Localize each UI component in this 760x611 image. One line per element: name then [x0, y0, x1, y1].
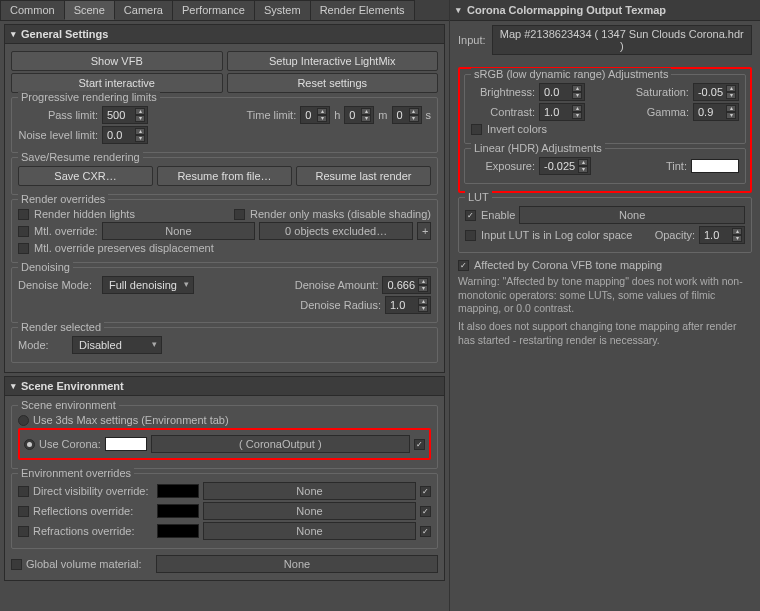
global-volume-label: Global volume material: — [26, 558, 152, 570]
tab-render-elements[interactable]: Render Elements — [310, 0, 415, 20]
reflections-swatch[interactable] — [157, 504, 199, 518]
caret-down-icon: ▾ — [11, 29, 16, 39]
caret-down-icon: ▾ — [11, 381, 16, 391]
refractions-swatch[interactable] — [157, 524, 199, 538]
denoise-amount-spinner[interactable]: 0.666▴▾ — [382, 276, 431, 294]
lut-enable-check[interactable]: Enable — [465, 209, 515, 221]
direct-vis-check[interactable] — [18, 486, 29, 497]
direct-vis-slot[interactable]: None — [203, 482, 416, 500]
mtl-override-check[interactable]: Mtl. override: — [18, 225, 98, 237]
affected-tonemapping-check[interactable]: Affected by Corona VFB tone mapping — [458, 259, 662, 271]
group-denoising: Denoising — [18, 261, 73, 273]
gamma-spinner[interactable]: 0.9▴▾ — [693, 103, 739, 121]
direct-vis-label: Direct visibility override: — [33, 485, 153, 497]
group-lut: LUT — [465, 191, 492, 203]
use-corona-radio[interactable] — [24, 439, 35, 450]
resume-file-button[interactable]: Resume from file… — [157, 166, 292, 186]
show-vfb-button[interactable]: Show VFB — [11, 51, 223, 71]
warning-text-2: It also does not support changing tone m… — [458, 320, 752, 347]
group-scene-env: Scene environment — [18, 399, 119, 411]
resume-last-button[interactable]: Resume last render — [296, 166, 431, 186]
reflections-slot[interactable]: None — [203, 502, 416, 520]
saturation-spinner[interactable]: -0.05▴▾ — [693, 83, 739, 101]
refractions-check[interactable] — [18, 526, 29, 537]
render-only-masks-check[interactable]: Render only masks (disable shading) — [234, 208, 431, 220]
start-interactive-button[interactable]: Start interactive — [11, 73, 223, 93]
denoise-radius-spinner[interactable]: 1.0▴▾ — [385, 296, 431, 314]
denoise-mode-label: Denoise Mode: — [18, 279, 98, 291]
input-label: Input: — [458, 34, 486, 46]
rollout-title: General Settings — [21, 28, 108, 40]
reset-settings-button[interactable]: Reset settings — [227, 73, 439, 93]
opacity-spinner[interactable]: 1.0▴▾ — [699, 226, 745, 244]
global-volume-check[interactable] — [11, 559, 22, 570]
refractions-label: Refractions override: — [33, 525, 153, 537]
time-limit-label: Time limit: — [247, 109, 297, 121]
objects-excluded-button[interactable]: 0 objects excluded… — [259, 222, 413, 240]
direct-vis-map-check[interactable] — [420, 486, 431, 497]
pass-limit-label: Pass limit: — [18, 109, 98, 121]
global-volume-slot[interactable]: None — [156, 555, 438, 573]
use-corona-label: Use Corona: — [39, 438, 101, 450]
setup-lightmix-button[interactable]: Setup Interactive LightMix — [227, 51, 439, 71]
lut-log-check[interactable]: Input LUT is in Log color space — [465, 229, 632, 241]
rollout-scene-environment[interactable]: ▾ Scene Environment — [4, 376, 445, 396]
contrast-label: Contrast: — [471, 106, 535, 118]
render-selected-mode-label: Mode: — [18, 339, 68, 351]
exposure-spinner[interactable]: -0.025▴▾ — [539, 157, 591, 175]
tint-swatch[interactable] — [691, 159, 739, 173]
group-srgb: sRGB (low dynamic range) Adjustments — [471, 68, 671, 80]
mtl-override-slot[interactable]: None — [102, 222, 256, 240]
texmap-title: Corona Colormapping Output Texmap — [467, 4, 666, 16]
group-render-overrides: Render overrides — [18, 193, 108, 205]
tab-common[interactable]: Common — [0, 0, 65, 20]
tab-system[interactable]: System — [254, 0, 311, 20]
tab-scene[interactable]: Scene — [64, 0, 115, 20]
render-selected-mode-dropdown[interactable]: Disabled — [72, 336, 162, 354]
refractions-slot[interactable]: None — [203, 522, 416, 540]
saturation-label: Saturation: — [636, 86, 689, 98]
lut-slot[interactable]: None — [519, 206, 745, 224]
reflections-check[interactable] — [18, 506, 29, 517]
pass-limit-spinner[interactable]: 500▴▾ — [102, 106, 148, 124]
reflections-label: Reflections override: — [33, 505, 153, 517]
rollout-general-settings[interactable]: ▾ General Settings — [4, 24, 445, 44]
corona-color-swatch[interactable] — [105, 437, 147, 451]
group-linear: Linear (HDR) Adjustments — [471, 142, 605, 154]
contrast-spinner[interactable]: 1.0▴▾ — [539, 103, 585, 121]
time-m-spinner[interactable]: 0▴▾ — [344, 106, 374, 124]
noise-limit-label: Noise level limit: — [18, 129, 98, 141]
input-map-slot[interactable]: Map #2138623434 ( 1347 Sun Clouds Corona… — [492, 25, 752, 55]
time-s-spinner[interactable]: 0▴▾ — [392, 106, 422, 124]
render-hidden-lights-check[interactable]: Render hidden lights — [18, 208, 135, 220]
save-cxr-button[interactable]: Save CXR… — [18, 166, 153, 186]
warning-text-1: Warning: "Affected by tone mapping" does… — [458, 275, 752, 316]
add-exclude-button[interactable]: + — [417, 222, 431, 240]
use-3dsmax-label: Use 3ds Max settings (Environment tab) — [33, 414, 229, 426]
use-3dsmax-radio[interactable] — [18, 415, 29, 426]
denoise-amount-label: Denoise Amount: — [295, 279, 379, 291]
tab-camera[interactable]: Camera — [114, 0, 173, 20]
group-render-selected: Render selected — [18, 321, 104, 333]
reflections-map-check[interactable] — [420, 506, 431, 517]
gamma-label: Gamma: — [647, 106, 689, 118]
preserve-displacement-check[interactable]: Mtl. override preserves displacement — [18, 242, 214, 254]
noise-limit-spinner[interactable]: 0.0▴▾ — [102, 126, 148, 144]
brightness-spinner[interactable]: 0.0▴▾ — [539, 83, 585, 101]
invert-colors-check[interactable]: Invert colors — [471, 123, 547, 135]
brightness-label: Brightness: — [471, 86, 535, 98]
caret-down-icon: ▾ — [456, 5, 461, 15]
corona-env-slot[interactable]: ( CoronaOutput ) — [151, 435, 410, 453]
tab-performance[interactable]: Performance — [172, 0, 255, 20]
opacity-label: Opacity: — [655, 229, 695, 241]
exposure-label: Exposure: — [471, 160, 535, 172]
corona-env-enable-check[interactable] — [414, 439, 425, 450]
refractions-map-check[interactable] — [420, 526, 431, 537]
time-h-spinner[interactable]: 0▴▾ — [300, 106, 330, 124]
denoise-mode-dropdown[interactable]: Full denoising — [102, 276, 194, 294]
group-env-overrides: Environment overrides — [18, 467, 134, 479]
denoise-radius-label: Denoise Radius: — [300, 299, 381, 311]
render-tabs: Common Scene Camera Performance System R… — [0, 0, 449, 21]
direct-vis-swatch[interactable] — [157, 484, 199, 498]
texmap-title-bar: ▾ Corona Colormapping Output Texmap — [450, 0, 760, 21]
